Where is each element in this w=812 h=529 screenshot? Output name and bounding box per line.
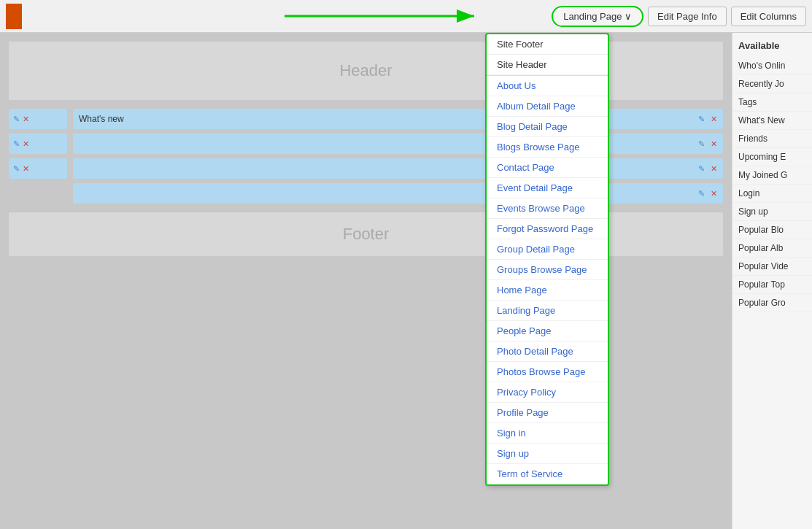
landing-page-dropdown-button[interactable]: Landing Page ∨ [552, 6, 643, 27]
dropdown-item-20[interactable]: Sign up [487, 444, 608, 464]
sidebar-item-recently-joined[interactable]: Recently Jo [732, 75, 812, 93]
sidebar-item-popular-topics[interactable]: Popular Top [732, 276, 812, 294]
dropdown-item-9[interactable]: Forgot Password Page [487, 219, 608, 239]
dropdown-item-14[interactable]: People Page [487, 321, 608, 341]
main-widget-2: ✎ ✕ [73, 134, 723, 154]
sidebar-item-login[interactable]: Login [732, 185, 812, 203]
whats-new-widget: What's new ✎ ✕ [73, 109, 723, 129]
main-widget-3-edit-icon[interactable]: ✎ [698, 164, 705, 174]
sidebar-item-whos-online[interactable]: Who's Onlin [732, 57, 812, 75]
dropdown-item-15[interactable]: Photo Detail Page [487, 341, 608, 362]
widget-actions: ✎ ✕ [698, 115, 717, 124]
dropdown-item-7[interactable]: Event Detail Page [487, 178, 608, 198]
dropdown-item-1[interactable]: Site Header [487, 55, 608, 75]
dropdown-item-17[interactable]: Privacy Policy [487, 382, 608, 403]
close-icon-1[interactable]: ✕ [23, 115, 29, 124]
edit-icon-1[interactable]: ✎ [13, 115, 20, 124]
footer-zone: Footer [9, 212, 723, 256]
toolbar: Landing Page ∨ Edit Page Info Edit Colum… [0, 0, 812, 33]
dropdown-item-5[interactable]: Blogs Browse Page [487, 137, 608, 158]
main-widget-4-close-icon[interactable]: ✕ [711, 189, 717, 198]
sidebar-item-popular-videos[interactable]: Popular Vide [732, 258, 812, 276]
right-sidebar: Available Who's Onlin Recently Jo Tags W… [732, 33, 812, 529]
main-widget-4-edit-icon[interactable]: ✎ [698, 189, 705, 198]
dropdown-item-10[interactable]: Group Detail Page [487, 239, 608, 260]
left-column: ✎ ✕ ✎ ✕ ✎ ✕ [9, 109, 67, 204]
edit-icon-3[interactable]: ✎ [13, 164, 20, 174]
dropdown-item-12[interactable]: Home Page [487, 280, 608, 301]
close-icon-3[interactable]: ✕ [23, 164, 29, 174]
left-widget-3: ✎ ✕ [9, 158, 67, 179]
whats-new-label: What's new [79, 114, 124, 124]
page-canvas: Header ✎ ✕ ✎ ✕ ✎ ✕ What's [0, 33, 732, 529]
main-layout: Header ✎ ✕ ✎ ✕ ✎ ✕ What's [0, 33, 812, 529]
edit-columns-button[interactable]: Edit Columns [731, 7, 806, 26]
sidebar-item-signup[interactable]: Sign up [732, 203, 812, 221]
dropdown-item-21[interactable]: Term of Service [487, 464, 608, 484]
main-column: What's new ✎ ✕ ✎ ✕ ✎ [73, 109, 723, 204]
sidebar-title: Available [732, 37, 812, 57]
dropdown-item-6[interactable]: Contact Page [487, 158, 608, 178]
sidebar-item-friends[interactable]: Friends [732, 130, 812, 148]
content-zone: ✎ ✕ ✎ ✕ ✎ ✕ What's new ✎ ✕ [9, 109, 723, 204]
dropdown-item-19[interactable]: Sign in [487, 423, 608, 444]
header-zone: Header [9, 42, 723, 100]
main-widget-4: ✎ ✕ [73, 183, 723, 204]
dropdown-item-16[interactable]: Photos Browse Page [487, 362, 608, 382]
main-widget-2-edit-icon[interactable]: ✎ [698, 139, 705, 149]
whats-new-edit-icon[interactable]: ✎ [698, 115, 705, 124]
dropdown-item-18[interactable]: Profile Page [487, 403, 608, 423]
dropdown-item-11[interactable]: Groups Browse Page [487, 260, 608, 280]
main-widget-3-close-icon[interactable]: ✕ [711, 164, 717, 174]
close-icon-2[interactable]: ✕ [23, 139, 29, 149]
dropdown-item-3[interactable]: Album Detail Page [487, 96, 608, 117]
dropdown-item-13[interactable]: Landing Page [487, 301, 608, 321]
sidebar-item-whats-new[interactable]: What's New [732, 112, 812, 130]
sidebar-item-popular-groups[interactable]: Popular Gro [732, 294, 812, 312]
dropdown-item-2[interactable]: About Us [487, 75, 608, 96]
app-logo [6, 4, 22, 29]
edit-page-info-button[interactable]: Edit Page Info [648, 7, 727, 26]
sidebar-item-popular-blogs[interactable]: Popular Blo [732, 221, 812, 239]
left-widget-2: ✎ ✕ [9, 134, 67, 154]
dropdown-item-4[interactable]: Blog Detail Page [487, 117, 608, 137]
main-widget-2-close-icon[interactable]: ✕ [711, 139, 717, 149]
left-widget-1: ✎ ✕ [9, 109, 67, 129]
main-widget-3: ✎ ✕ [73, 158, 723, 179]
page-selector-dropdown: Site FooterSite HeaderAbout UsAlbum Deta… [485, 33, 609, 486]
sidebar-item-my-joined-groups[interactable]: My Joined G [732, 166, 812, 185]
sidebar-item-tags[interactable]: Tags [732, 93, 812, 112]
dropdown-item-8[interactable]: Events Browse Page [487, 198, 608, 219]
sidebar-item-popular-albums[interactable]: Popular Alb [732, 239, 812, 258]
sidebar-item-upcoming-events[interactable]: Upcoming E [732, 148, 812, 166]
dropdown-item-0[interactable]: Site Footer [487, 34, 608, 55]
edit-icon-2[interactable]: ✎ [13, 139, 20, 149]
dropdown-list: Site FooterSite HeaderAbout UsAlbum Deta… [487, 34, 608, 484]
whats-new-close-icon[interactable]: ✕ [711, 115, 717, 124]
